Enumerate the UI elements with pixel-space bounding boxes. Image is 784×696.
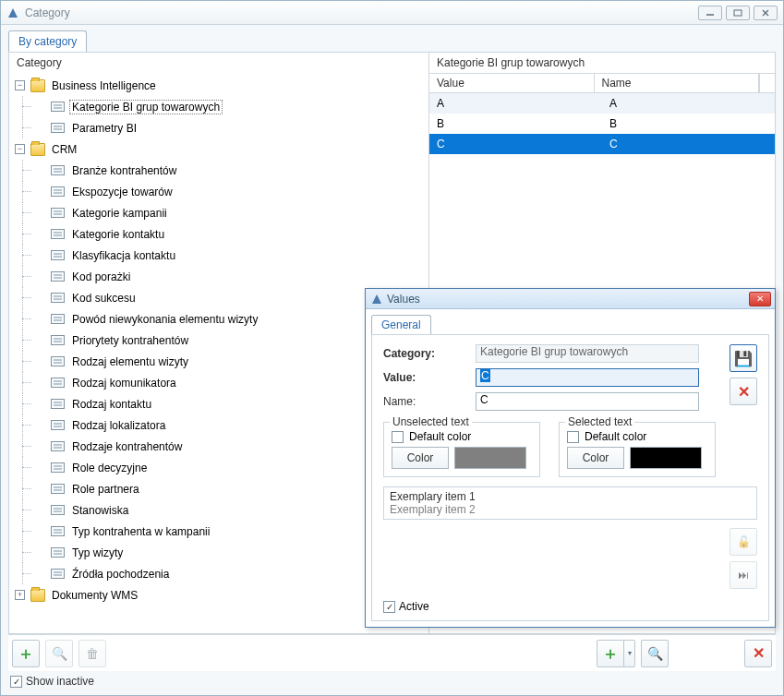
tab-general[interactable]: General <box>371 315 431 334</box>
tree-label: Kod sukcesu <box>69 291 139 306</box>
cell-value: C <box>429 138 602 150</box>
grid-header: Value Name <box>429 73 775 93</box>
show-inactive-checkbox[interactable]: ✓ <box>10 676 22 688</box>
tree-item[interactable]: Kategorie kampanii <box>33 202 428 223</box>
tree-item[interactable]: Klasyfikacja kontaktu <box>33 245 428 266</box>
arrow-icon: ⏭ <box>738 569 749 582</box>
unselected-color-button[interactable]: Color <box>392 447 449 469</box>
tree-item[interactable]: Ekspozycje towarów <box>33 181 428 202</box>
folder-icon <box>30 143 45 156</box>
tree-label: Kategorie kontaktu <box>69 227 167 242</box>
tree-item[interactable]: Kategorie kontaktu <box>33 223 428 245</box>
category-item-icon <box>51 102 65 112</box>
tree-label: Role partnera <box>69 482 142 497</box>
delete-tree-button[interactable]: 🗑 <box>78 640 106 667</box>
selected-color-swatch <box>630 447 702 469</box>
col-value[interactable]: Value <box>429 74 595 92</box>
delete-value-button[interactable]: ✕ <box>744 640 772 667</box>
selected-color-button[interactable]: Color <box>567 447 624 469</box>
tree-label: Dokumenty WMS <box>49 588 140 603</box>
tabstrip: By category <box>1 25 783 52</box>
maximize-button[interactable] <box>726 6 750 20</box>
category-item-icon <box>51 441 65 451</box>
tree-label: Powód niewykonania elementu wizyty <box>69 312 260 327</box>
cell-name: A <box>602 97 775 110</box>
selected-default-checkbox[interactable] <box>567 431 579 443</box>
category-item-icon <box>51 526 65 536</box>
minimize-button[interactable] <box>698 6 722 20</box>
expand-toggle[interactable]: − <box>15 80 25 90</box>
unselected-default-label: Default color <box>409 430 471 443</box>
search-button[interactable]: 🔍 <box>45 640 73 667</box>
tree-folder[interactable]: −Business Intelligence <box>15 75 428 96</box>
tree-label: Priorytety kontrahentów <box>69 333 191 348</box>
category-item-icon <box>51 208 65 218</box>
plus-icon: ＋ <box>18 642 34 665</box>
tree-label: Źródła pochodzenia <box>69 567 172 582</box>
table-row[interactable]: BB <box>429 114 775 134</box>
chevron-down-icon[interactable]: ▾ <box>624 640 635 667</box>
window-title: Category <box>25 6 698 19</box>
category-item-icon <box>51 123 65 133</box>
folder-icon <box>30 589 45 602</box>
unselected-legend: Unselected text <box>390 415 472 428</box>
tree-item[interactable]: Branże kontrahentów <box>33 160 428 181</box>
close-button[interactable] <box>754 6 778 20</box>
app-icon <box>6 6 19 19</box>
category-item-icon <box>51 335 65 345</box>
expand-toggle[interactable]: + <box>15 590 25 600</box>
save-icon: 💾 <box>734 350 753 367</box>
category-item-icon <box>51 420 65 430</box>
active-checkbox[interactable]: ✓ <box>383 601 395 613</box>
next-record-button[interactable]: ⏭ <box>730 561 757 589</box>
dialog-close-button[interactable]: ✕ <box>749 292 771 306</box>
tree-item[interactable]: Kod porażki <box>33 266 428 287</box>
exemplary-item-2: Exemplary item 2 <box>390 503 751 516</box>
cancel-button[interactable]: ✕ <box>730 378 757 405</box>
tree-folder[interactable]: −CRM <box>15 138 428 160</box>
table-row[interactable]: CC <box>429 134 775 154</box>
add-value-split-button[interactable]: ＋ ▾ <box>597 640 635 667</box>
unselected-default-checkbox[interactable] <box>392 431 404 443</box>
value-field[interactable]: C <box>476 368 699 387</box>
category-item-icon <box>51 505 65 515</box>
lock-icon: 🔓 <box>737 535 751 548</box>
close-icon: ✕ <box>738 383 750 401</box>
tab-by-category[interactable]: By category <box>8 30 87 52</box>
category-item-icon <box>51 569 65 579</box>
close-icon: ✕ <box>753 644 765 662</box>
expand-toggle[interactable]: − <box>15 144 25 154</box>
table-row[interactable]: AA <box>429 93 775 114</box>
tree-label: Kategorie kampanii <box>69 206 170 221</box>
tree-label: Rodzaj lokalizatora <box>69 418 168 433</box>
folder-icon <box>30 79 45 92</box>
exemplary-box: Exemplary item 1 Exemplary item 2 <box>383 486 757 520</box>
show-inactive-label: Show inactive <box>26 675 94 688</box>
values-dialog: Values ✕ General 💾 ✕ Category: Kategorie… <box>365 288 776 628</box>
search-values-button[interactable]: 🔍 <box>641 640 669 667</box>
cell-name: B <box>602 117 775 130</box>
save-button[interactable]: 💾 <box>730 344 757 372</box>
add-button[interactable]: ＋ <box>12 640 40 667</box>
category-item-icon <box>51 462 65 473</box>
value-label: Value: <box>383 371 476 384</box>
tree-label: Rodzaje kontrahentów <box>69 439 185 454</box>
tree-label: Rodzaj elementu wizyty <box>69 354 191 369</box>
tree-item[interactable]: Kategorie BI grup towarowych <box>33 96 428 117</box>
search-icon: 🔍 <box>647 646 663 661</box>
unlock-button[interactable]: 🔓 <box>730 528 757 556</box>
name-field[interactable]: C <box>476 392 699 411</box>
category-item-icon <box>51 484 65 494</box>
tree-label: Typ kontrahenta w kampanii <box>69 524 212 539</box>
tree-label: Ekspozycje towarów <box>69 185 175 199</box>
unselected-text-group: Unselected text Default color Color <box>383 422 540 477</box>
dialog-body: 💾 ✕ Category: Kategorie BI grup towarowy… <box>371 334 769 621</box>
category-item-icon <box>51 250 65 260</box>
category-label: Category: <box>383 347 476 360</box>
tree-item[interactable]: Parametry BI <box>33 117 428 138</box>
tree-label: Kategorie BI grup towarowych <box>69 100 223 114</box>
dialog-title: Values <box>387 293 749 306</box>
tree-label: Typ wizyty <box>69 546 126 560</box>
category-item-icon <box>51 547 65 558</box>
col-name[interactable]: Name <box>595 74 760 92</box>
